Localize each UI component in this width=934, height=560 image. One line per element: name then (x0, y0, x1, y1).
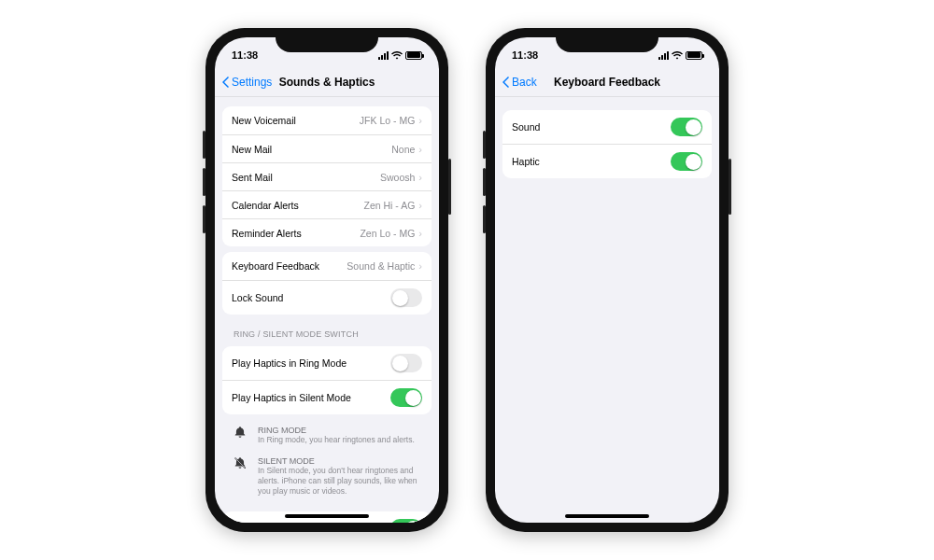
battery-icon (405, 51, 422, 60)
content-scroll[interactable]: Sound Haptic (495, 97, 719, 523)
ring-mode-title: RING MODE (258, 426, 415, 435)
haptics-silent-toggle[interactable] (390, 388, 422, 407)
row-value: JFK Lo - MG (360, 115, 416, 126)
ring-silent-header: RING / SILENT MODE SWITCH (222, 320, 432, 341)
notch (556, 28, 658, 52)
back-label: Back (512, 76, 537, 89)
row-label: Calendar Alerts (232, 200, 299, 211)
row-haptics-ring: Play Haptics in Ring Mode (222, 346, 432, 380)
row-keyboard-feedback[interactable]: Keyboard Feedback Sound & Haptic› (222, 252, 432, 280)
row-label: New Voicemail (232, 115, 296, 126)
row-new-voicemail[interactable]: New Voicemail JFK Lo - MG› (222, 106, 432, 134)
row-label: Keyboard Feedback (232, 260, 319, 272)
row-reminder-alerts[interactable]: Reminder Alerts Zen Lo - MG› (222, 218, 432, 246)
page-title: Keyboard Feedback (554, 76, 660, 89)
chevron-right-icon: › (418, 260, 422, 272)
content-scroll[interactable]: New Voicemail JFK Lo - MG› New Mail None… (215, 97, 439, 523)
ring-mode-info: RING MODE In Ring mode, you hear rington… (222, 420, 432, 451)
phone-frame-right: 11:38 Back Keyboard Feedback Sound Ha (486, 28, 729, 532)
row-sent-mail[interactable]: Sent Mail Swoosh› (222, 162, 432, 190)
feedback-group: Keyboard Feedback Sound & Haptic› Lock S… (222, 252, 432, 315)
page-title: Sounds & Haptics (279, 76, 375, 89)
row-value: None (391, 144, 415, 155)
status-time: 11:38 (512, 49, 538, 61)
silent-mode-info: SILENT MODE In Silent mode, you don't he… (222, 451, 432, 502)
chevron-left-icon (502, 77, 510, 88)
home-indicator[interactable] (565, 514, 649, 518)
back-label: Settings (232, 76, 272, 89)
silent-mode-title: SILENT MODE (258, 456, 420, 466)
bell-icon (234, 426, 248, 445)
wifi-icon (672, 51, 683, 60)
wifi-icon (391, 51, 403, 60)
cellular-icon (658, 51, 669, 60)
sound-toggle[interactable] (671, 118, 702, 136)
back-button[interactable]: Back (502, 76, 537, 89)
silent-mode-desc: In Silent mode, you don't hear ringtones… (258, 466, 420, 497)
chevron-right-icon: › (418, 115, 422, 126)
row-label: Reminder Alerts (232, 228, 302, 239)
chevron-right-icon: › (418, 228, 422, 239)
screen-right: 11:38 Back Keyboard Feedback Sound Ha (495, 37, 719, 523)
row-new-mail[interactable]: New Mail None› (222, 134, 432, 162)
system-haptics-toggle[interactable] (390, 519, 422, 523)
alerts-group: New Voicemail JFK Lo - MG› New Mail None… (222, 106, 432, 246)
nav-bar: Settings Sounds & Haptics (215, 67, 439, 97)
chevron-right-icon: › (418, 200, 422, 211)
row-lock-sound: Lock Sound (222, 280, 432, 315)
row-calendar-alerts[interactable]: Calendar Alerts Zen Hi - AG› (222, 190, 432, 218)
keyboard-feedback-group: Sound Haptic (502, 110, 712, 178)
battery-icon (686, 51, 702, 60)
row-haptics-silent: Play Haptics in Silent Mode (222, 380, 432, 414)
cellular-icon (378, 51, 389, 60)
row-label: Play Haptics in Ring Mode (232, 357, 347, 369)
notch (276, 28, 378, 52)
chevron-right-icon: › (418, 172, 422, 183)
ring-silent-group: Play Haptics in Ring Mode Play Haptics i… (222, 346, 432, 414)
status-time: 11:38 (232, 49, 258, 61)
row-label: Sound (512, 121, 540, 133)
row-haptic: Haptic (502, 144, 712, 178)
haptics-ring-toggle[interactable] (390, 354, 422, 372)
ring-mode-desc: In Ring mode, you hear ringtones and ale… (258, 435, 415, 445)
status-icons (658, 51, 702, 60)
screen-left: 11:38 Settings Sounds & Haptics New Voic… (215, 37, 439, 523)
chevron-left-icon (222, 77, 230, 88)
row-label: Lock Sound (232, 292, 283, 303)
row-label: New Mail (232, 144, 272, 155)
row-value: Sound & Haptic (347, 260, 415, 272)
row-value: Zen Hi - AG (363, 200, 415, 211)
status-icons (378, 51, 422, 60)
chevron-right-icon: › (418, 144, 422, 155)
phone-frame-left: 11:38 Settings Sounds & Haptics New Voic… (205, 28, 448, 532)
row-label: Sent Mail (232, 172, 273, 183)
row-value: Zen Lo - MG (360, 228, 415, 239)
bell-slash-icon (234, 456, 248, 497)
lock-sound-toggle[interactable] (390, 288, 422, 307)
home-indicator[interactable] (285, 514, 369, 518)
row-value: Swoosh (380, 172, 415, 183)
row-sound: Sound (502, 110, 712, 144)
row-label: Haptic (512, 156, 540, 167)
row-label: Play Haptics in Silent Mode (232, 392, 351, 403)
haptic-toggle[interactable] (671, 152, 702, 171)
back-button[interactable]: Settings (222, 76, 272, 89)
nav-bar: Back Keyboard Feedback (495, 67, 719, 97)
